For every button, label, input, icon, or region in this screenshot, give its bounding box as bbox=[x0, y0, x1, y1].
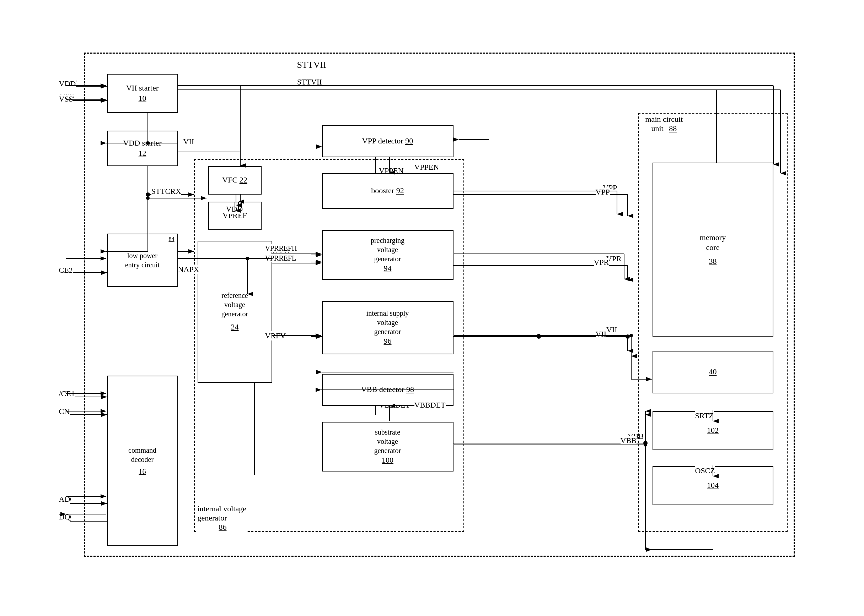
vprrefl-label: VPRREFL bbox=[265, 254, 296, 262]
booster-block: booster 92 bbox=[322, 173, 454, 209]
ce2-label: CE2 bbox=[59, 266, 73, 275]
ce1-label: /CE1 bbox=[59, 389, 75, 398]
vss-label: VSS bbox=[59, 94, 73, 104]
circuit-diagram: VDD VSS STTVII VII STTCRX CE2 bbox=[41, 24, 823, 592]
vii-starter-block: VII starter 10 bbox=[107, 74, 178, 113]
memory-core-block: memorycore 38 bbox=[653, 163, 773, 336]
vrfv-label: VRFV bbox=[265, 331, 286, 341]
cn-label: CN bbox=[59, 407, 70, 416]
vfc-vdd-label: VDD bbox=[226, 204, 243, 214]
sttcrx-label: STTCRX bbox=[151, 187, 181, 196]
vfc-block: VFC 22 bbox=[208, 166, 262, 195]
ref-voltage-block: referencevoltagegenerator 24 bbox=[198, 241, 272, 383]
substrate-block: substratevoltagegenerator 100 bbox=[322, 422, 454, 471]
block-40: 40 bbox=[653, 351, 773, 393]
sttvii-label: STTVII bbox=[297, 60, 326, 70]
vprrefh-label: VPRREFH bbox=[265, 244, 297, 253]
oscz-label: OSCZ bbox=[695, 466, 715, 475]
precharging-block: prechargingvoltagegenerator 94 bbox=[322, 230, 454, 280]
vpr-label: VPR bbox=[594, 258, 609, 267]
vdd-label: VDD bbox=[59, 79, 76, 88]
vii-signal-label: VII bbox=[183, 137, 194, 146]
srtz-label: SRTZ bbox=[695, 411, 714, 420]
vbbdet-label: VBBDET bbox=[415, 401, 446, 410]
vpp-detector-block: VPP detector 90 bbox=[322, 125, 454, 157]
low-power-block: low power 84 entry circuit bbox=[107, 234, 178, 287]
vppen-label: VPPEN bbox=[415, 163, 439, 172]
main-circuit-label: main circuitunit 88 bbox=[645, 115, 683, 133]
vdd-starter-block: VDD starter 12 bbox=[107, 130, 178, 166]
dq-label: DQ bbox=[59, 512, 70, 522]
internal-supply-block: internal supplyvoltagegenerator 96 bbox=[322, 301, 454, 354]
napx-label: NAPX bbox=[178, 265, 199, 274]
vpp-label: VPP bbox=[596, 187, 610, 197]
vii-right-label: VII bbox=[596, 330, 607, 339]
vbb-label: VBB bbox=[621, 436, 637, 445]
command-decoder-block: commanddecoder 16 bbox=[107, 376, 178, 546]
ivg-label: internal voltagegenerator 86 bbox=[198, 504, 246, 532]
ad-label: AD bbox=[59, 495, 70, 504]
